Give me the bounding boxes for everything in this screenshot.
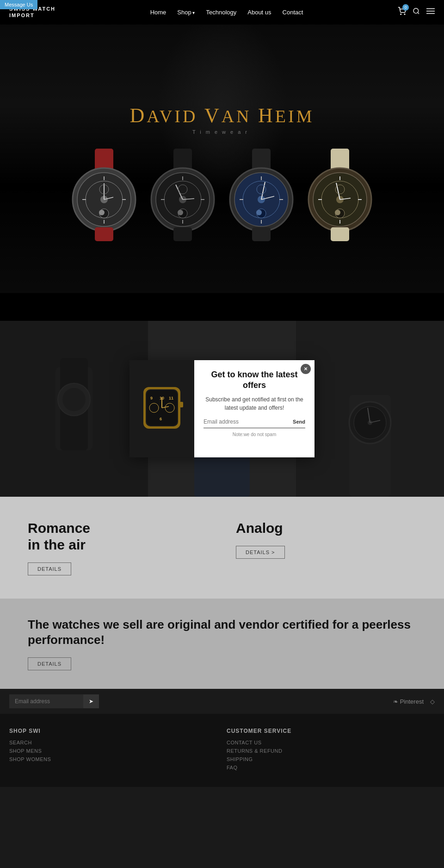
svg-rect-32: [201, 199, 204, 200]
pinterest-link[interactable]: ❧ Pinterest: [393, 698, 424, 705]
popup-note: Note:we do not spam: [204, 432, 305, 437]
svg-rect-96: [155, 429, 169, 443]
popup-content: × Get to know the latest offers Subscrib…: [194, 360, 314, 457]
svg-rect-14: [104, 176, 105, 180]
footer-customer-title: CUSTOMER SERVICE: [227, 728, 435, 734]
nav-links: Home Shop Technology About us Contact: [150, 8, 303, 16]
analog-details-button[interactable]: DETAILS >: [236, 546, 285, 559]
svg-rect-62: [358, 199, 362, 200]
popup-overlay: 10 11 9 6 × Ge: [0, 321, 444, 497]
vendor-section: The watches we sell are original and ven…: [0, 599, 444, 689]
footer-search-link[interactable]: Search: [9, 740, 217, 745]
message-bar[interactable]: Message Us: [0, 0, 37, 9]
wrist-section: 10 11 9 6 × Ge: [0, 321, 444, 497]
popup-close-button[interactable]: ×: [301, 364, 311, 374]
svg-rect-60: [339, 220, 340, 224]
svg-rect-36: [173, 227, 192, 241]
footer-shipping-link[interactable]: Shipping: [227, 756, 435, 762]
svg-line-3: [418, 12, 419, 14]
svg-point-43: [256, 210, 262, 215]
vendor-details-button[interactable]: DETAILS: [28, 657, 71, 670]
popup-watch-image: 10 11 9 6: [130, 360, 194, 457]
svg-rect-95: [179, 402, 183, 407]
svg-point-58: [335, 210, 340, 215]
svg-rect-15: [104, 220, 105, 224]
footer-shop-mens-link[interactable]: Shop Mens: [9, 748, 217, 754]
watch-1: [67, 149, 141, 241]
watch-4: [303, 149, 377, 241]
footer-social: ❧ Pinterest ◇: [393, 698, 435, 705]
svg-rect-17: [122, 199, 126, 200]
svg-text:6: 6: [160, 417, 162, 421]
svg-rect-61: [318, 199, 322, 200]
hero-section: DAVID VAN HEIM Timewear: [0, 25, 444, 293]
svg-rect-29: [182, 176, 183, 180]
footer-customer: CUSTOMER SERVICE Contact Us Returns & Re…: [227, 728, 435, 773]
footer-email-bar: ➤ ❧ Pinterest ◇: [0, 689, 444, 714]
nav-technology[interactable]: Technology: [206, 9, 236, 16]
brand-subtitle: Timewear: [67, 129, 377, 135]
message-bar-label: Message Us: [5, 2, 33, 7]
cart-badge: 0: [402, 4, 409, 11]
brand-title: DAVID VAN HEIM: [67, 104, 377, 127]
nav-shop[interactable]: Shop: [177, 9, 195, 16]
footer-customer-links: Contact Us Returns & Refund Shipping FAQ: [227, 740, 435, 770]
footer-faq-link[interactable]: FAQ: [227, 765, 435, 770]
footer: SHOP SWI Search Shop Mens Shop Womens CU…: [0, 714, 444, 787]
hero-watches: [67, 149, 377, 241]
svg-rect-16: [82, 199, 86, 200]
romance-title: Romance in the air: [28, 520, 208, 553]
footer-contact-link[interactable]: Contact Us: [227, 740, 435, 745]
svg-rect-21: [95, 227, 113, 241]
romance-block: Romance in the air DETAILS: [28, 520, 208, 575]
watch-3: [224, 149, 298, 241]
svg-rect-46: [240, 199, 243, 200]
popup-email-input[interactable]: [204, 418, 293, 425]
svg-rect-83: [155, 374, 169, 388]
nav-contact[interactable]: Contact: [283, 9, 303, 16]
cart-icon[interactable]: 0: [398, 7, 406, 17]
footer-shop-links: Search Shop Mens Shop Womens: [9, 740, 217, 762]
svg-text:11: 11: [169, 396, 173, 400]
nav-about[interactable]: About us: [247, 9, 271, 16]
analog-title: Analog: [236, 520, 416, 537]
search-icon[interactable]: [413, 7, 420, 17]
popup-description: Subscribe and get notified at first on t…: [204, 395, 305, 412]
svg-rect-30: [182, 220, 183, 224]
content-section: Romance in the air DETAILS Analog DETAIL…: [0, 497, 444, 599]
watch-2: [146, 149, 220, 241]
footer-email-input[interactable]: [9, 694, 83, 708]
svg-rect-44: [261, 176, 262, 180]
footer-shop: SHOP SWI Search Shop Mens Shop Womens: [9, 728, 217, 773]
svg-rect-59: [339, 176, 340, 180]
svg-point-2: [413, 8, 419, 13]
popup-form: Send: [204, 418, 305, 428]
footer-shop-womens-link[interactable]: Shop Womens: [9, 756, 217, 762]
romance-details-button[interactable]: DETAILS: [28, 562, 71, 575]
analog-block: Analog DETAILS >: [236, 520, 416, 575]
svg-point-13: [99, 210, 105, 215]
nav-home[interactable]: Home: [150, 9, 166, 16]
vendor-text: The watches we sell are original and ven…: [28, 617, 416, 649]
footer-email-submit[interactable]: ➤: [83, 694, 99, 708]
svg-point-1: [404, 14, 405, 15]
svg-rect-31: [161, 199, 165, 200]
nav-icons: 0: [398, 7, 435, 17]
popup: 10 11 9 6 × Ge: [130, 360, 314, 457]
social-icon-2[interactable]: ◇: [430, 698, 435, 705]
svg-rect-47: [279, 199, 283, 200]
menu-icon[interactable]: [426, 8, 435, 16]
popup-title: Get to know the latest offers: [204, 369, 305, 391]
footer-shop-title: SHOP SWI: [9, 728, 217, 734]
footer-returns-link[interactable]: Returns & Refund: [227, 748, 435, 754]
svg-text:9: 9: [150, 396, 153, 400]
svg-rect-45: [261, 220, 262, 224]
svg-rect-51: [252, 227, 271, 241]
svg-rect-66: [331, 227, 349, 241]
svg-point-0: [401, 14, 401, 15]
popup-send-button[interactable]: Send: [293, 419, 305, 425]
navbar: Swiss Watch Import Home Shop Technology …: [0, 0, 444, 25]
svg-point-28: [178, 210, 183, 215]
